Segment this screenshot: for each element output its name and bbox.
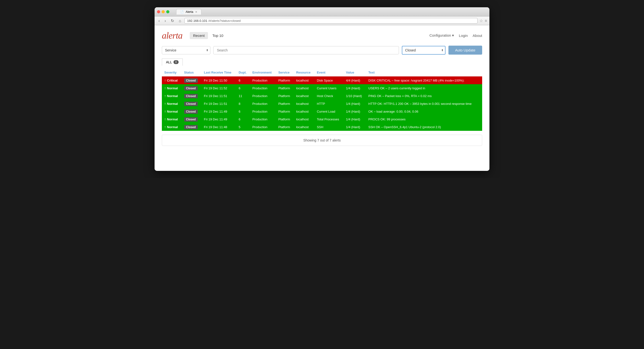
cell-event: Host Check [314,92,344,100]
service-select[interactable]: Service Platform Web Network [162,46,210,54]
cell-text: USERS OK – 2 users currently logged in [366,84,482,92]
cell-environment: Production [250,115,276,123]
app-header: alerta Recent Top 10 Configuration ▾ Log… [162,30,482,41]
cell-event: Total Processes [314,115,344,123]
title-bar: 📄 Alerta ✕ [154,7,490,16]
home-button[interactable]: ⌂ [178,18,183,24]
severity-arrow-icon: ↑ [164,125,166,129]
cell-dupl: 11 [236,92,250,100]
cell-environment: Production [250,108,276,115]
cell-event: Current Users [314,84,344,92]
status-select[interactable]: Open Closed Acknowledged Assigned [402,46,446,54]
cell-status: Closed [182,76,202,84]
login-button[interactable]: Login [459,34,468,38]
cell-severity: ↑ Normal [162,123,182,131]
cell-service: Platform [276,100,294,108]
cell-time: Fri 19 Dec 11:51 [202,92,236,100]
status-badge: Closed [184,110,198,114]
alert-tabs: ALL 0 [162,58,482,66]
col-text: Text [366,69,482,76]
cell-text: OK – load average: 0.00, 0.04, 0.06 [366,108,482,115]
cell-service: Platform [276,84,294,92]
table-row[interactable]: ↑ Normal Closed Fri 19 Dec 11:48 5 Produ… [162,123,482,131]
cell-value: 1/4 (Hard) [344,84,366,92]
cell-value: 1/4 (Hard) [344,108,366,115]
main-nav: Recent Top 10 [190,32,227,39]
address-bar[interactable]: 192.168.0.101/#/alerts?status=closed [184,18,477,24]
cell-environment: Production [250,92,276,100]
nav-top10[interactable]: Top 10 [209,32,227,39]
tab-all-label: ALL [166,60,172,64]
minimize-traffic-light[interactable] [162,10,165,13]
table-row[interactable]: ↑ Critical Closed Fri 19 Dec 11:50 6 Pro… [162,76,482,84]
severity-arrow-icon: ↑ [164,117,166,121]
cell-severity: ↑ Normal [162,108,182,115]
search-input[interactable] [213,46,399,54]
tab-all[interactable]: ALL 0 [162,58,183,66]
tab-bar: 📄 Alerta ✕ [176,9,202,14]
cell-environment: Production [250,123,276,131]
cell-text: PROCS OK: 99 processes [366,115,482,123]
cell-resource: localhost [294,92,314,100]
browser-tab[interactable]: 📄 Alerta ✕ [176,9,202,14]
traffic-lights [157,10,169,13]
refresh-button[interactable]: ↻ [169,18,176,24]
cell-dupl: 6 [236,115,250,123]
cell-severity: ↑ Critical [162,76,182,84]
cell-text: DISK CRITICAL – free space: /vagrant 204… [366,76,482,84]
footer-bar: Showing 7 out of 7 alerts [162,135,482,146]
cell-severity: ↑ Normal [162,92,182,100]
maximize-traffic-light[interactable] [166,10,169,13]
cell-time: Fri 19 Dec 11:51 [202,100,236,108]
col-severity: Severity [162,69,182,76]
back-button[interactable]: ‹ [157,18,161,24]
col-service: Service [276,69,294,76]
severity-label: Critical [167,79,178,82]
bookmark-icon[interactable]: ☆ [480,18,483,23]
cell-time: Fri 19 Dec 11:49 [202,108,236,115]
table-row[interactable]: ↑ Normal Closed Fri 19 Dec 11:49 6 Produ… [162,108,482,115]
severity-label: Normal [167,118,178,121]
cell-resource: localhost [294,76,314,84]
col-status: Status [182,69,202,76]
app-logo: alerta [162,30,182,41]
severity-arrow-icon: ↑ [164,110,166,113]
alerts-table: Severity Status Last Receive Time Dupl. … [162,69,482,131]
menu-icon[interactable]: ≡ [485,19,487,23]
cell-status: Closed [182,115,202,123]
browser-window: 📄 Alerta ✕ ‹ › ↻ ⌂ 192.168.0.101/#/alert… [154,7,490,171]
cell-text: SSH OK – OpenSSH_6.4p1 Ubuntu-2 (protoco… [366,123,482,131]
forward-button[interactable]: › [163,18,167,24]
tab-favicon: 📄 [180,10,184,14]
tab-close-button[interactable]: ✕ [195,10,197,14]
col-time: Last Receive Time [202,69,236,76]
configuration-button[interactable]: Configuration ▾ [430,33,454,38]
cell-value: 1/4 (Hard) [344,115,366,123]
severity-label: Normal [167,102,178,106]
col-event: Event [314,69,344,76]
table-row[interactable]: ↑ Normal Closed Fri 19 Dec 11:51 11 Prod… [162,92,482,100]
app-content: alerta Recent Top 10 Configuration ▾ Log… [154,25,490,171]
nav-bar: ‹ › ↻ ⌂ 192.168.0.101/#/alerts?status=cl… [154,16,490,25]
cell-status: Closed [182,92,202,100]
cell-status: Closed [182,108,202,115]
severity-arrow-icon: ↑ [164,94,166,98]
about-link[interactable]: About [473,34,482,38]
cell-status: Closed [182,84,202,92]
nav-recent[interactable]: Recent [190,32,208,39]
cell-severity: ↑ Normal [162,84,182,92]
table-row[interactable]: ↑ Normal Closed Fri 19 Dec 11:51 8 Produ… [162,100,482,108]
col-dupl: Dupl. [236,69,250,76]
table-row[interactable]: ↑ Normal Closed Fri 19 Dec 11:49 6 Produ… [162,115,482,123]
cell-dupl: 6 [236,108,250,115]
table-row[interactable]: ↑ Normal Closed Fri 19 Dec 11:52 6 Produ… [162,84,482,92]
tab-title: Alerta [186,10,193,14]
auto-update-button[interactable]: Auto Update [448,46,482,54]
cell-service: Platform [276,92,294,100]
cell-text: HTTP OK: HTTP/1.1 200 OK – 3953 bytes in… [366,100,482,108]
cell-resource: localhost [294,100,314,108]
cell-service: Platform [276,76,294,84]
cell-resource: localhost [294,115,314,123]
close-traffic-light[interactable] [157,10,160,13]
cell-resource: localhost [294,123,314,131]
